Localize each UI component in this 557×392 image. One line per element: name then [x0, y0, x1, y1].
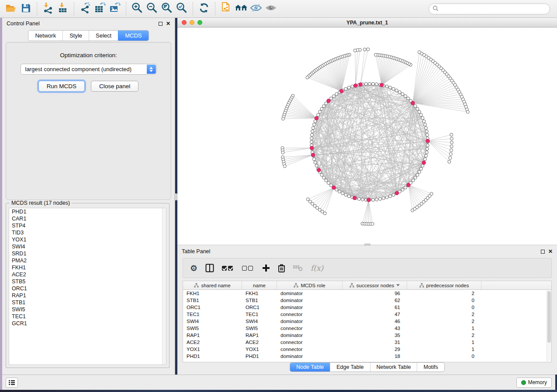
cell-successor_nodes[interactable]: 62	[343, 297, 407, 304]
mcds-result-item[interactable]: STB5	[9, 278, 166, 285]
mcds-result-item[interactable]: SWI4	[9, 243, 166, 250]
cell-name[interactable]: ACE2	[242, 339, 277, 346]
mcds-result-item[interactable]: CAR1	[9, 215, 166, 222]
delete-column-icon[interactable]	[278, 264, 285, 272]
zoom-selected-button[interactable]	[174, 2, 189, 15]
float-panel-icon[interactable]	[541, 250, 545, 254]
mcds-result-list[interactable]: PHD1CAR1STP4TID3YOX1SWI4SRD1PMA2FKH1ACE2…	[9, 208, 166, 365]
export-table-button[interactable]	[93, 2, 107, 15]
cell-mcds_role[interactable]: dominator	[277, 290, 343, 297]
mcds-result-item[interactable]: PHD1	[9, 208, 166, 215]
run-mcds-button[interactable]: Run MCDS	[38, 81, 85, 92]
column-header-shared-name[interactable]: shared name	[183, 281, 242, 289]
first-neighbors-button[interactable]	[234, 2, 249, 15]
cell-successor_nodes[interactable]: 46	[343, 318, 407, 325]
zoom-fit-button[interactable]	[159, 2, 174, 15]
mcds-list-scrollbar[interactable]	[162, 208, 166, 364]
cell-mcds_role[interactable]: connector	[277, 311, 343, 318]
cell-mcds_role[interactable]: dominator	[277, 318, 343, 325]
network-graph-svg[interactable]	[177, 28, 557, 244]
export-image-button[interactable]	[107, 2, 122, 15]
tab-node-table[interactable]: Node Table	[290, 363, 330, 371]
cell-shared_name[interactable]: ACE2	[183, 339, 242, 346]
cell-mcds_role[interactable]: connector	[277, 339, 343, 346]
cell-mcds_role[interactable]: dominator	[277, 332, 343, 339]
cell-name[interactable]: PHD1	[242, 353, 277, 360]
table-row-FKH1[interactable]: FKH1FKH1dominator962	[183, 290, 551, 297]
cell-name[interactable]: YOX1	[242, 346, 277, 353]
network-snapshot-button[interactable]	[219, 2, 234, 15]
cell-mcds_role[interactable]: connector	[277, 346, 343, 353]
cell-shared_name[interactable]: FKH1	[183, 290, 242, 297]
table-row-ORC1[interactable]: ORC1ORC1dominator610	[183, 304, 551, 311]
cell-predecessor_nodes[interactable]: 2	[407, 318, 481, 325]
cell-shared_name[interactable]: TEC1	[183, 311, 242, 318]
column-header-predecessor-nodes[interactable]: predecessor nodes	[407, 281, 481, 289]
tab-network[interactable]: Network	[28, 31, 62, 41]
memory-button[interactable]: Memory	[516, 378, 552, 388]
cell-predecessor_nodes[interactable]: 2	[407, 311, 481, 318]
mcds-result-item[interactable]: STB1	[9, 299, 166, 306]
mcds-result-item[interactable]: SRD1	[9, 250, 166, 257]
deselect-all-columns-icon[interactable]	[242, 266, 254, 271]
search-input[interactable]	[441, 6, 550, 12]
zoom-in-button[interactable]	[130, 2, 145, 15]
save-session-button[interactable]	[18, 2, 33, 15]
search-field[interactable]	[429, 3, 550, 14]
cell-predecessor_nodes[interactable]: 0	[407, 353, 481, 360]
close-panel-icon[interactable]: ✕	[548, 249, 553, 254]
cell-shared_name[interactable]: PHD1	[183, 353, 242, 360]
show-columns-icon[interactable]	[205, 264, 214, 272]
mcds-result-item[interactable]: RAP1	[9, 292, 166, 299]
table-row-ACE2[interactable]: ACE2ACE2connector311	[183, 339, 551, 346]
vertical-splitter-handle[interactable]	[174, 193, 177, 200]
select-all-columns-icon[interactable]	[222, 266, 234, 271]
cell-mcds_role[interactable]: dominator	[277, 304, 343, 311]
add-column-icon[interactable]	[262, 264, 270, 272]
cell-predecessor_nodes[interactable]: 1	[407, 325, 481, 332]
column-header-MCDS-role[interactable]: MCDS role	[277, 281, 343, 289]
float-panel-icon[interactable]	[159, 22, 163, 26]
zoom-out-button[interactable]	[145, 2, 159, 15]
tab-motifs[interactable]: Motifs	[417, 363, 444, 371]
tab-style[interactable]: Style	[62, 31, 89, 41]
import-network-button[interactable]	[41, 2, 55, 15]
cell-shared_name[interactable]: SWI5	[183, 325, 242, 332]
cell-successor_nodes[interactable]: 18	[343, 353, 407, 360]
cell-name[interactable]: SWI5	[242, 325, 277, 332]
cell-successor_nodes[interactable]: 35	[343, 332, 407, 339]
cell-predecessor_nodes[interactable]: 0	[407, 304, 481, 311]
cell-mcds_role[interactable]: dominator	[277, 353, 343, 360]
cell-mcds_role[interactable]: dominator	[277, 297, 343, 304]
tab-network-table[interactable]: Network Table	[370, 363, 417, 371]
mcds-result-item[interactable]: STP4	[9, 222, 166, 229]
refresh-button[interactable]	[197, 2, 211, 15]
mcds-result-item[interactable]: GCR1	[9, 320, 166, 327]
tab-select[interactable]: Select	[89, 31, 118, 41]
table-scrollbar[interactable]	[547, 290, 551, 361]
cell-successor_nodes[interactable]: 31	[343, 339, 407, 346]
cell-name[interactable]: RAP1	[242, 332, 277, 339]
cell-shared_name[interactable]: SWI4	[183, 318, 242, 325]
criterion-dropdown[interactable]: largest connected component (undirected)	[21, 64, 157, 75]
cell-successor_nodes[interactable]: 96	[343, 290, 407, 297]
mcds-result-item[interactable]: ORC1	[9, 285, 166, 292]
open-session-button[interactable]	[3, 2, 18, 15]
cell-predecessor_nodes[interactable]: 1	[407, 339, 481, 346]
cell-shared_name[interactable]: YOX1	[183, 346, 242, 353]
mcds-result-item[interactable]: YOX1	[9, 236, 166, 243]
tab-mcds[interactable]: MCDS	[118, 31, 148, 41]
table-row-PHD1[interactable]: PHD1PHD1dominator180	[183, 353, 551, 360]
network-canvas[interactable]	[177, 28, 557, 244]
mcds-result-item[interactable]: ACE2	[9, 271, 166, 278]
cell-shared_name[interactable]: ORC1	[183, 304, 242, 311]
show-all-button[interactable]	[263, 2, 278, 15]
mcds-result-item[interactable]: PMA2	[9, 257, 166, 264]
cell-mcds_role[interactable]: connector	[277, 325, 343, 332]
cell-successor_nodes[interactable]: 47	[343, 311, 407, 318]
mcds-result-item[interactable]: TEC1	[9, 313, 166, 320]
table-row-TEC1[interactable]: TEC1TEC1connector472	[183, 311, 551, 318]
cell-predecessor_nodes[interactable]: 0	[407, 297, 481, 304]
log-console-button[interactable]	[6, 378, 18, 388]
tab-edge-table[interactable]: Edge Table	[330, 363, 370, 371]
